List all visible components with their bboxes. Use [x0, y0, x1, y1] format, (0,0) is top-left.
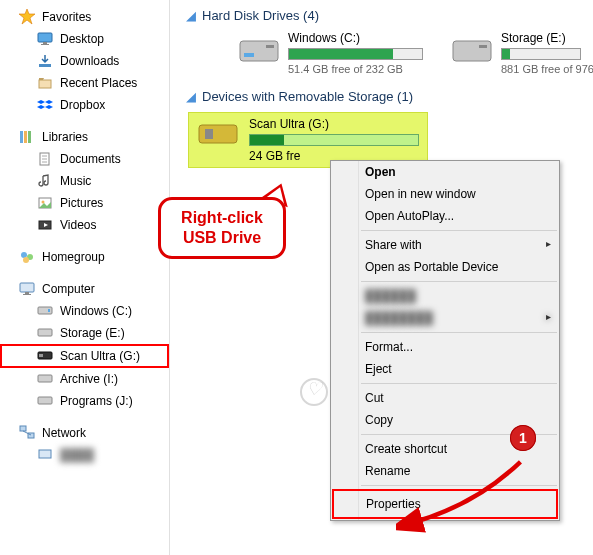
homegroup-header[interactable]: Homegroup	[0, 246, 169, 268]
menu-format[interactable]: Format...	[331, 336, 559, 358]
context-menu: Open Open in new window Open AutoPlay...…	[330, 160, 560, 521]
collapse-triangle-icon: ◢	[186, 89, 196, 104]
svg-rect-29	[48, 309, 50, 312]
menu-blurred-item[interactable]: ████████	[331, 307, 559, 329]
svg-rect-34	[38, 397, 52, 404]
sidebar-item-label: Documents	[60, 152, 121, 166]
menu-properties[interactable]: Properties	[332, 489, 558, 519]
sidebar-item-desktop[interactable]: Desktop	[0, 28, 169, 50]
computer-header[interactable]: Computer	[0, 278, 169, 300]
removable-section-label: Devices with Removable Storage (1)	[202, 89, 413, 104]
navigation-pane: Favorites Desktop Downloads Recent Place…	[0, 0, 170, 555]
sidebar-item-windows-c[interactable]: Windows (C:)	[0, 300, 169, 322]
downloads-icon	[36, 52, 54, 70]
svg-point-24	[23, 257, 29, 263]
chevron-icon	[6, 284, 16, 294]
svg-rect-39	[240, 41, 278, 61]
libraries-header[interactable]: Libraries	[0, 126, 169, 148]
star-icon	[18, 8, 36, 26]
network-header[interactable]: Network	[0, 422, 169, 444]
removable-section-header[interactable]: ◢ Devices with Removable Storage (1)	[186, 89, 585, 104]
svg-rect-35	[20, 426, 26, 431]
svg-rect-32	[39, 354, 43, 357]
menu-open-autoplay[interactable]: Open AutoPlay...	[331, 205, 559, 227]
menu-separator	[361, 485, 557, 486]
drive-storage-e[interactable]: Storage (E:) 881 GB free of 976 G	[449, 31, 579, 75]
drive-icon	[36, 302, 54, 320]
step-marker-label: 1	[519, 430, 527, 446]
menu-label: Share with	[365, 238, 422, 252]
menu-separator	[361, 332, 557, 333]
menu-label: Format...	[365, 340, 413, 354]
drive-usage-bar	[501, 48, 581, 60]
sidebar-item-label: Recent Places	[60, 76, 137, 90]
network-icon	[18, 424, 36, 442]
svg-rect-13	[28, 131, 31, 143]
drive-name: Scan Ultra (G:)	[249, 117, 419, 131]
sidebar-item-dropbox[interactable]: Dropbox	[0, 94, 169, 116]
menu-open[interactable]: Open	[331, 161, 559, 183]
menu-rename[interactable]: Rename	[331, 460, 559, 482]
computer-label: Computer	[42, 282, 95, 296]
sidebar-item-music[interactable]: Music	[0, 170, 169, 192]
sidebar-item-videos[interactable]: Videos	[0, 214, 169, 236]
sidebar-item-programs-j[interactable]: Programs (J:)	[0, 390, 169, 412]
menu-separator	[361, 281, 557, 282]
computer-icon	[18, 280, 36, 298]
svg-marker-8	[45, 100, 53, 104]
drive-free-text: 51.4 GB free of 232 GB	[288, 63, 431, 75]
sidebar-item-label: Music	[60, 174, 91, 188]
menu-open-new-window[interactable]: Open in new window	[331, 183, 559, 205]
sidebar-item-label: Windows (C:)	[60, 304, 132, 318]
menu-share-with[interactable]: Share with	[331, 234, 559, 256]
drive-windows-c[interactable]: Windows (C:) 51.4 GB free of 232 GB	[236, 31, 431, 75]
svg-rect-38	[39, 450, 51, 458]
network-pc-icon	[36, 446, 54, 464]
menu-cut[interactable]: Cut	[331, 387, 559, 409]
sidebar-item-network-computer[interactable]: ████	[0, 444, 169, 466]
sidebar-item-documents[interactable]: Documents	[0, 148, 169, 170]
svg-rect-11	[20, 131, 23, 143]
favorites-group: Favorites Desktop Downloads Recent Place…	[0, 6, 169, 116]
sidebar-item-label: Pictures	[60, 196, 103, 210]
sidebar-item-label: Archive (I:)	[60, 372, 118, 386]
desktop-icon	[36, 30, 54, 48]
sidebar-item-storage-e[interactable]: Storage (E:)	[0, 322, 169, 344]
drive-name: Storage (E:)	[501, 31, 593, 45]
drive-icon	[36, 324, 54, 342]
hdd-section-header[interactable]: ◢ Hard Disk Drives (4)	[186, 8, 585, 23]
menu-separator	[361, 230, 557, 231]
videos-icon	[36, 216, 54, 234]
sidebar-item-downloads[interactable]: Downloads	[0, 50, 169, 72]
hdd-icon	[449, 31, 495, 69]
chevron-icon	[6, 252, 16, 262]
homegroup-group: Homegroup	[0, 246, 169, 268]
menu-label: Copy	[365, 413, 393, 427]
menu-label: Properties	[366, 497, 421, 511]
menu-label: Open as Portable Device	[365, 260, 498, 274]
svg-rect-27	[23, 294, 31, 295]
hdd-drives-row: Windows (C:) 51.4 GB free of 232 GB Stor…	[236, 31, 585, 75]
network-label: Network	[42, 426, 86, 440]
drive-usage-bar	[288, 48, 423, 60]
libraries-icon	[18, 128, 36, 146]
sidebar-item-archive-i[interactable]: Archive (I:)	[0, 368, 169, 390]
drive-info: Storage (E:) 881 GB free of 976 G	[501, 31, 593, 75]
homegroup-icon	[18, 248, 36, 266]
sidebar-item-scan-ultra-g[interactable]: Scan Ultra (G:)	[0, 344, 169, 368]
menu-eject[interactable]: Eject	[331, 358, 559, 380]
menu-open-portable[interactable]: Open as Portable Device	[331, 256, 559, 278]
svg-rect-33	[38, 375, 52, 382]
menu-blurred-item[interactable]: ██████	[331, 285, 559, 307]
sidebar-item-pictures[interactable]: Pictures	[0, 192, 169, 214]
sidebar-item-label: Programs (J:)	[60, 394, 133, 408]
music-icon	[36, 172, 54, 190]
svg-marker-9	[37, 105, 45, 109]
sidebar-item-label-blurred: ████	[60, 448, 94, 462]
drive-usage-bar	[249, 134, 419, 146]
favorites-header[interactable]: Favorites	[0, 6, 169, 28]
hdd-section-label: Hard Disk Drives (4)	[202, 8, 319, 23]
homegroup-label: Homegroup	[42, 250, 105, 264]
sidebar-item-recent-places[interactable]: Recent Places	[0, 72, 169, 94]
sidebar-item-label: Storage (E:)	[60, 326, 125, 340]
